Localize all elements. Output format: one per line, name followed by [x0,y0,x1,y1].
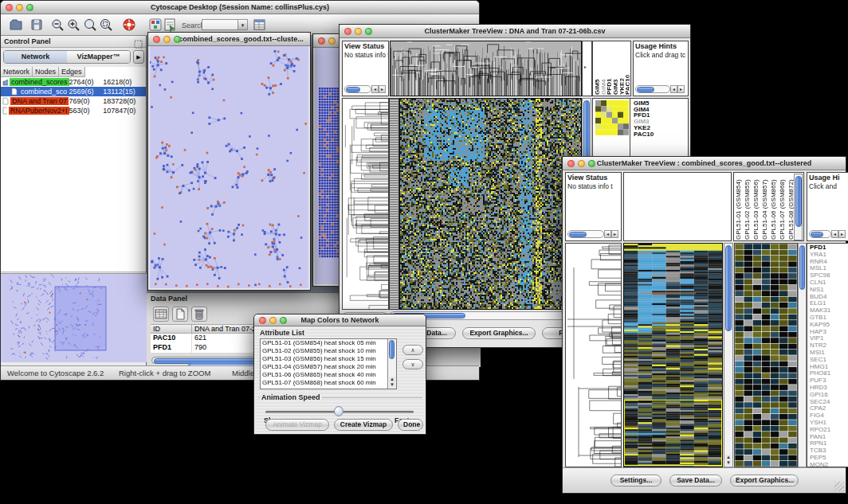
scrollbar-thumb[interactable] [637,87,654,92]
rotated-gene-label[interactable]: PFD1 [606,42,611,95]
zoom-out-icon[interactable] [50,18,65,32]
minimize-icon[interactable] [16,4,23,11]
minimize-icon[interactable] [163,36,171,43]
scrollbar-thumb[interactable] [811,232,823,237]
tab-item[interactable]: Network [4,51,67,63]
usage-hints-scroll[interactable]: ◂▸ [635,84,685,94]
zoom-selected-icon[interactable] [99,18,113,32]
rotated-column-label[interactable]: GPL51-02 (GSM855) [744,173,752,240]
attribute-list-scrollbar[interactable]: ▲▼ [387,339,396,389]
close-icon[interactable] [259,317,266,324]
network-row[interactable]: RNAPuberNov2+I 563(0) 107847(0) [1,106,146,115]
delete-attribute-trash-icon[interactable] [191,307,207,322]
close-icon[interactable] [567,160,575,167]
tv1-title-bar[interactable]: ClusterMaker TreeView : DNA and Tran 07-… [340,25,690,38]
scrollbar-thumb[interactable] [569,232,587,237]
tv2-heatmap[interactable] [623,243,723,467]
rotated-column-label[interactable]: GPL51-04 (GSM857) [761,173,770,240]
attribute-table-icon[interactable] [153,307,169,322]
zoom-icon[interactable] [365,28,372,35]
attribute-list-item[interactable]: GPL51-02 (GSM855) heat shock 10 min [261,347,396,355]
tv1-heatmap[interactable] [399,98,582,310]
scrollbar-thumb[interactable] [346,87,360,92]
minimize-icon[interactable] [328,37,336,45]
scroll-right-icon[interactable]: ▸ [677,85,685,93]
usage-hints-scroll[interactable]: ◂▸ [809,229,846,239]
move-down-button[interactable]: ∨ [402,359,423,369]
close-icon[interactable] [344,28,351,35]
rotated-column-label[interactable]: GPL51-07 (GSM868) [779,173,787,240]
scroll-left-icon[interactable]: ◂ [831,230,838,238]
export-graphics-button[interactable]: Export Graphics... [462,327,536,339]
scrollbar-thumb[interactable] [725,245,732,331]
close-icon[interactable] [318,37,325,45]
tv1-column-dendrogram[interactable] [390,41,582,96]
rotated-column-label[interactable]: GPL51-03 (GSM856) [752,173,761,240]
tv2-title-bar[interactable]: ClusterMaker TreeView : combined_scores_… [563,157,846,170]
gene-list-item[interactable]: MON2 [810,462,848,467]
help-lifesaver-icon[interactable] [122,18,136,32]
open-file-icon[interactable] [9,18,23,32]
zoom-fit-icon[interactable] [83,18,97,32]
scroll-left-icon[interactable]: ◂ [604,230,611,238]
id-column-header[interactable]: ID [151,324,192,334]
rotated-column-label[interactable]: GPL51-01 (GSM854) [735,173,744,240]
tv2-column-dendrogram[interactable] [623,172,732,241]
search-input[interactable] [202,19,238,30]
scroll-arrows[interactable]: ▲▼ [725,455,732,466]
attribute-list-item[interactable]: GPL51-06 (GSM865) heat shock 40 min [261,371,396,379]
tv1-column-scroll-strip[interactable]: ▸ [582,41,592,96]
rotated-column-label[interactable]: GPL51-06 (GSM865) [770,173,779,240]
table-panel-icon[interactable] [253,18,267,32]
birds-eye-view[interactable] [1,273,147,362]
scroll-arrows[interactable]: ▲▼ [389,377,395,388]
tv1-row-dendrogram[interactable] [342,98,389,310]
scroll-right-icon[interactable]: ▸ [584,64,587,69]
tv2-zoom-vscrollbar[interactable] [798,243,807,467]
attribute-list-item[interactable]: GPL51-07 (GSM868) heat shock 60 min [261,379,396,387]
minimize-icon[interactable] [355,28,362,35]
zoom-in-icon[interactable] [66,18,80,32]
scrollbar-thumb[interactable] [795,176,802,227]
rotated-gene-label[interactable]: GIM3 [612,42,618,95]
column-header[interactable]: Network [1,67,33,77]
dialog-title-bar[interactable]: Map Colors to Network [254,315,426,326]
rotated-gene-label[interactable]: GIM5 [594,42,599,95]
minimize-icon[interactable] [269,317,277,324]
network-row[interactable]: combined_scores 2764(0) 16218(0) [1,77,146,87]
network-row[interactable]: DNA and Tran 07 769(0) 183728(0) [1,96,146,106]
attribute-list[interactable]: GPL51-01 (GSM854) heat shock 05 minGPL51… [260,338,397,389]
tv2-heatmap-vscrollbar[interactable]: ▲▼ [724,243,733,467]
attribute-list-item[interactable]: GPL51-03 (GSM856) heat shock 15 min [261,355,396,363]
attribute-list-item[interactable]: GPL51-04 (GSM857) heat shock 20 min [261,363,396,371]
search-dropdown-icon[interactable]: ▾ [238,19,248,30]
new-attribute-icon[interactable] [172,307,188,322]
tv2-zoom-heatmap[interactable] [734,243,798,467]
close-icon[interactable] [6,4,13,11]
main-title-bar[interactable]: Cytoscape Desktop (Session Name: collins… [1,1,479,14]
scroll-left-icon[interactable]: ◂ [670,85,677,93]
more-tabs-button[interactable]: ▶ [133,50,144,64]
view-status-scroll[interactable]: ◂▸ [567,229,618,239]
scroll-right-icon[interactable]: ▸ [611,230,618,238]
attribute-list-item[interactable]: GPL51-01 (GSM854) heat shock 05 min [261,339,396,347]
save-icon[interactable] [29,18,44,32]
tab-item[interactable]: VizMapper™ [67,51,130,63]
network-row[interactable]: combined_sco 2569(6) 13112(15) [1,87,146,96]
annotation-icon[interactable] [163,18,177,32]
column-header[interactable]: Edges [59,67,85,77]
move-up-button[interactable]: ∧ [402,345,423,355]
close-icon[interactable] [153,36,160,43]
zoom-icon[interactable] [588,160,595,167]
slider-thumb[interactable] [334,406,344,416]
create-vizmap-button[interactable]: Create Vizmap [334,419,393,431]
save-data-button[interactable]: Save Data... [669,475,722,486]
scrollbar-thumb[interactable] [389,340,395,359]
resize-grip[interactable] [834,482,844,491]
scroll-right-icon[interactable]: ▸ [838,230,846,238]
network-canvas[interactable] [150,46,308,288]
tv1-zoom-matrix[interactable] [595,100,629,135]
gene-list-item[interactable]: PAC10 [634,131,687,138]
node-attributes-icon[interactable] [148,18,163,32]
rotated-gene-label[interactable]: YKE2 [618,42,624,95]
